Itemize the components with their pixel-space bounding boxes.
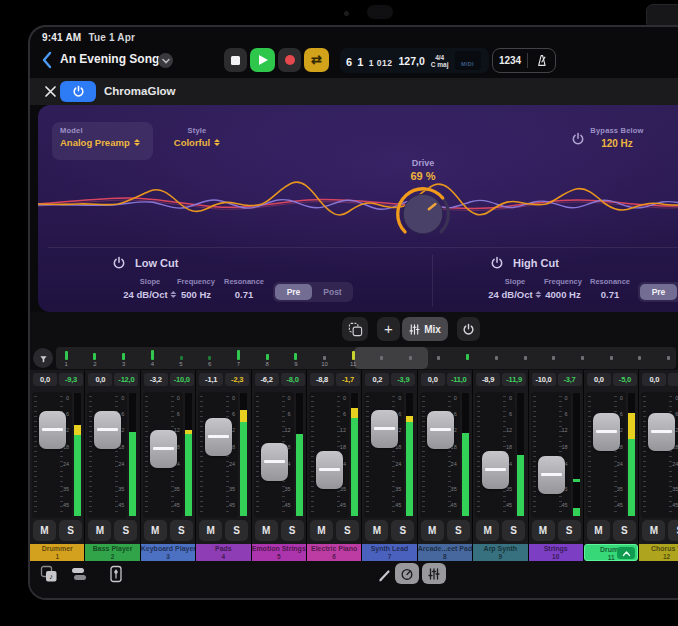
solo-button[interactable]: S xyxy=(225,520,248,541)
fader-track[interactable]: 061218243545 xyxy=(87,392,127,518)
track-name-plate[interactable]: Pads 4 xyxy=(196,544,250,561)
plugin-power-button[interactable] xyxy=(60,81,96,102)
overview-channel-meter[interactable] xyxy=(610,356,613,360)
record-button[interactable] xyxy=(278,48,301,72)
overview-channel-meter[interactable] xyxy=(180,356,183,360)
high-cut-slope[interactable]: Slope 24 dB/Oct xyxy=(488,277,541,300)
overview-channel-meter[interactable] xyxy=(581,356,584,360)
track-name-plate[interactable]: Emotion Strings 5 xyxy=(252,544,306,561)
low-cut-power-icon[interactable] xyxy=(112,256,126,270)
solo-button[interactable]: S xyxy=(668,520,678,541)
fader-handle[interactable] xyxy=(261,443,288,481)
overview-channel-meter[interactable] xyxy=(552,356,555,360)
bypass-below-control[interactable]: Bypass Below 120 Hz xyxy=(586,126,648,149)
lcd-display[interactable]: 6 1 1 012 127,0 4/4 C maj MIDI xyxy=(340,48,489,73)
overview-channel-meter[interactable] xyxy=(466,354,469,360)
back-button[interactable] xyxy=(40,51,54,73)
mute-button[interactable]: M xyxy=(587,520,610,541)
mute-button[interactable]: M xyxy=(144,520,167,541)
solo-button[interactable]: S xyxy=(558,520,581,541)
mute-button[interactable]: M xyxy=(476,520,499,541)
track-name-plate[interactable]: Drummer 1 xyxy=(30,544,84,561)
knob-edit-button[interactable] xyxy=(395,563,419,584)
browser-icon[interactable]: ♪ xyxy=(40,565,58,583)
fader-track[interactable]: 061218243545 xyxy=(198,392,238,518)
solo-button[interactable]: S xyxy=(336,520,359,541)
collapse-strip-button[interactable] xyxy=(617,547,635,559)
bypass-power-icon[interactable] xyxy=(571,132,585,146)
overview-channel-meter[interactable] xyxy=(151,350,154,360)
track-name-plate[interactable]: Drums 11 xyxy=(584,544,638,561)
close-icon[interactable] xyxy=(44,85,57,98)
overview-channel-meter[interactable] xyxy=(495,356,498,360)
track-name-plate[interactable]: Arp Synth 9 xyxy=(473,544,527,561)
pre-button[interactable]: Pre xyxy=(640,284,677,300)
overview-channel-meter[interactable] xyxy=(323,356,326,360)
overview-channel-meter[interactable] xyxy=(437,356,440,360)
mute-button[interactable]: M xyxy=(532,520,555,541)
level-control[interactable]: Level 0.0 xyxy=(660,126,678,149)
fader-track[interactable]: 061218243545 xyxy=(475,392,515,518)
track-name-plate[interactable]: Bass Player 2 xyxy=(85,544,139,561)
fader-track[interactable]: 061218243545 xyxy=(364,392,404,518)
solo-button[interactable]: S xyxy=(391,520,414,541)
overview-channel-meter[interactable] xyxy=(93,353,96,360)
fader-track[interactable]: 061218243545 xyxy=(143,392,183,518)
track-name-plate[interactable]: Arcade...eet Pad 8 xyxy=(418,544,472,561)
mute-button[interactable]: M xyxy=(365,520,388,541)
fader-handle[interactable] xyxy=(39,411,66,449)
pencil-icon[interactable] xyxy=(377,567,393,583)
fader-handle[interactable] xyxy=(205,418,232,456)
model-selector[interactable]: Model Analog Preamp xyxy=(52,122,153,160)
cycle-button[interactable]: ⇄ xyxy=(304,48,329,72)
low-cut-slope[interactable]: Slope 24 dB/Oct xyxy=(123,277,176,300)
overview-channel-meter[interactable] xyxy=(380,356,383,360)
fader-handle[interactable] xyxy=(593,413,620,451)
style-selector[interactable]: Style Colorful xyxy=(157,126,237,148)
low-cut-frequency[interactable]: Frequency 500 Hz xyxy=(177,277,215,300)
fader-handle[interactable] xyxy=(427,411,454,449)
fader-view-icon[interactable] xyxy=(107,565,125,583)
fader-handle[interactable] xyxy=(648,413,675,451)
mute-button[interactable]: M xyxy=(642,520,665,541)
post-button[interactable]: Post xyxy=(314,284,351,300)
solo-button[interactable]: S xyxy=(170,520,193,541)
stop-button[interactable] xyxy=(224,48,247,72)
play-button[interactable] xyxy=(250,48,275,72)
track-name-plate[interactable]: Chorus V 12 xyxy=(639,544,678,561)
fader-track[interactable]: 061218243545 xyxy=(586,392,626,518)
fader-handle[interactable] xyxy=(94,411,121,449)
overview-channel-meter[interactable] xyxy=(352,351,355,360)
overview-channel-meter[interactable] xyxy=(122,353,125,360)
solo-button[interactable]: S xyxy=(613,520,636,541)
track-name-plate[interactable]: Synth Lead 7 xyxy=(362,544,416,561)
track-name-plate[interactable]: Electric Piano 6 xyxy=(307,544,361,561)
low-cut-resonance[interactable]: Resonance 0.71 xyxy=(224,277,264,300)
song-menu-button[interactable] xyxy=(158,53,173,68)
fader-handle[interactable] xyxy=(371,410,398,448)
routing-icon[interactable] xyxy=(70,565,88,583)
overview-channel-meter[interactable] xyxy=(294,353,297,360)
song-title[interactable]: An Evening Song xyxy=(60,52,159,66)
high-cut-resonance[interactable]: Resonance 0.71 xyxy=(590,277,630,300)
fader-handle[interactable] xyxy=(150,430,177,468)
count-in-button[interactable]: 1234 xyxy=(499,55,521,66)
fader-handle[interactable] xyxy=(482,451,509,489)
mute-button[interactable]: M xyxy=(421,520,444,541)
solo-button[interactable]: S xyxy=(114,520,137,541)
overview-channel-meter[interactable] xyxy=(237,350,240,360)
metronome-icon[interactable] xyxy=(534,53,549,68)
overview-channel-meter[interactable] xyxy=(65,351,68,360)
solo-button[interactable]: S xyxy=(281,520,304,541)
overview-channel-meter[interactable] xyxy=(208,356,211,360)
mute-button[interactable]: M xyxy=(33,520,56,541)
mute-button[interactable]: M xyxy=(88,520,111,541)
fader-track[interactable]: 061218243545 xyxy=(254,392,294,518)
fader-track[interactable]: 061218243545 xyxy=(309,392,349,518)
high-cut-power-icon[interactable] xyxy=(490,256,504,270)
sliders-edit-button[interactable] xyxy=(422,563,446,584)
overview-channel-meter[interactable] xyxy=(409,356,412,360)
high-cut-frequency[interactable]: Frequency 4000 Hz xyxy=(544,277,582,300)
overview-channel-meter[interactable] xyxy=(667,356,670,360)
track-name-plate[interactable]: Strings 10 xyxy=(529,544,583,561)
